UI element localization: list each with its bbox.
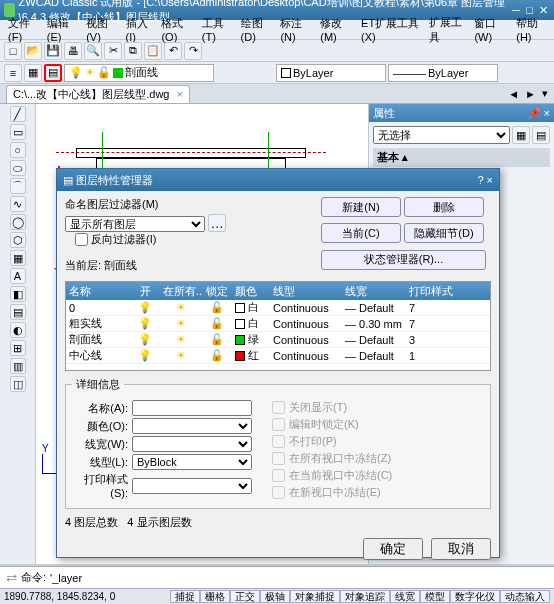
status-toggle[interactable]: 模型 (420, 590, 450, 603)
layer-row[interactable]: 粗实线 💡 ☀ 🔓 白 Continuous — 0.30 mm 7 (66, 316, 490, 332)
draw-tool-icon[interactable]: ◫ (10, 376, 26, 392)
menu-item[interactable]: 工具(T) (198, 14, 235, 45)
detail-checkbox: 在新视口中冻结(E) (272, 485, 392, 500)
menu-item[interactable]: 格式(O) (157, 14, 195, 45)
new-icon[interactable]: □ (4, 42, 22, 60)
layer-table[interactable]: 名称开在所有...锁定颜色线型线宽打印样式 0 💡 ☀ 🔓 白 Continuo… (65, 281, 491, 371)
detail-color-select[interactable] (132, 418, 252, 434)
menu-item[interactable]: 窗口(W) (470, 14, 510, 45)
draw-tool-icon[interactable]: ○ (10, 142, 26, 158)
layer-row[interactable]: 剖面线 💡 ☀ 🔓 绿 Continuous — Default 3 (66, 332, 490, 348)
column-header[interactable]: 线型 (270, 284, 342, 299)
menu-item[interactable]: 修改(M) (316, 14, 355, 45)
prop-pick-icon[interactable]: ▦ (512, 126, 530, 144)
cut-icon[interactable]: ✂ (104, 42, 122, 60)
draw-tool-icon[interactable]: ▦ (10, 250, 26, 266)
detail-name-input[interactable] (132, 400, 252, 416)
draw-tool-icon[interactable]: ∿ (10, 196, 26, 212)
state-manager-button[interactable]: 状态管理器(R)... (321, 250, 486, 270)
status-toggle[interactable]: 线宽 (390, 590, 420, 603)
draw-tool-icon[interactable]: ▭ (10, 124, 26, 140)
paste-icon[interactable]: 📋 (144, 42, 162, 60)
copy-icon[interactable]: ⧉ (124, 42, 142, 60)
status-toggle[interactable]: 动态输入 (500, 590, 550, 603)
menu-item[interactable]: 文件(F) (4, 14, 41, 45)
menu-item[interactable]: 扩展工具 (425, 13, 468, 47)
status-toggle[interactable]: 对象捕捉 (290, 590, 340, 603)
status-toggle[interactable]: 正交 (230, 590, 260, 603)
layer-props-button[interactable]: ▤ (44, 64, 62, 82)
layer-row[interactable]: 0 💡 ☀ 🔓 白 Continuous — Default 7 (66, 300, 490, 316)
draw-tool-icon[interactable]: ◐ (10, 322, 26, 338)
prop-filter-icon[interactable]: ▤ (532, 126, 550, 144)
prop-category[interactable]: 基本 ▴ (373, 148, 550, 167)
save-icon[interactable]: 💾 (44, 42, 62, 60)
draw-tool-icon[interactable]: ⌒ (10, 178, 26, 194)
tab-list-icon[interactable]: ▾ (542, 87, 548, 100)
lineweight-dropdown[interactable]: ——— ByLayer (388, 64, 498, 82)
column-header[interactable]: 颜色 (232, 284, 270, 299)
draw-tool-icon[interactable]: ╱ (10, 106, 26, 122)
draw-tool-icon[interactable]: ⬭ (10, 160, 26, 176)
tool-b-icon[interactable]: ▦ (24, 64, 42, 82)
layer-properties-dialog: ▤ 图层特性管理器 ? × 命名图层过滤器(M) 显示所有图层 … 反向过滤器(… (56, 168, 500, 558)
document-tab[interactable]: C:\...改【中心线】图层线型.dwg × (6, 85, 190, 103)
close-tab-icon[interactable]: × (177, 88, 183, 100)
linetype-dropdown[interactable]: ByLayer (276, 64, 386, 82)
menu-item[interactable]: 插入(I) (122, 14, 156, 45)
menu-item[interactable]: ET扩展工具(X) (357, 14, 423, 45)
menu-item[interactable]: 绘图(D) (237, 14, 275, 45)
redo-icon[interactable]: ↷ (184, 42, 202, 60)
status-toggle[interactable]: 栅格 (200, 590, 230, 603)
draw-tool-icon[interactable]: ⬡ (10, 232, 26, 248)
menu-item[interactable]: 编辑(E) (43, 14, 80, 45)
open-icon[interactable]: 📂 (24, 42, 42, 60)
status-toggle[interactable]: 对象追踪 (340, 590, 390, 603)
status-toggle[interactable]: 数字化仪 (450, 590, 500, 603)
draw-tool-icon[interactable]: ◯ (10, 214, 26, 230)
draw-tool-icon[interactable]: ◧ (10, 286, 26, 302)
preview-icon[interactable]: 🔍 (84, 42, 102, 60)
tool-a-icon[interactable]: ≡ (4, 64, 22, 82)
filter-dropdown[interactable]: 显示所有图层 (65, 216, 205, 232)
detail-lineweight-select[interactable] (132, 436, 252, 452)
prop-pin-icon[interactable]: 📌 (527, 107, 541, 119)
cmd-history-icon[interactable]: ⮂ (6, 572, 17, 584)
tab-nav-right-icon[interactable]: ► (525, 88, 536, 100)
ok-button[interactable]: 确定 (363, 538, 423, 560)
cancel-button[interactable]: 取消 (431, 538, 491, 560)
column-header[interactable]: 锁定 (202, 284, 232, 299)
set-current-button[interactable]: 当前(C) (321, 223, 401, 243)
detail-linetype-select[interactable]: ByBlock (132, 454, 252, 470)
column-header[interactable]: 开 (130, 284, 160, 299)
layer-row[interactable]: 中心线 💡 ☀ 🔓 红 Continuous — Default 1 (66, 348, 490, 364)
dialog-help-icon[interactable]: ? (477, 174, 483, 186)
menu-item[interactable]: 标注(N) (276, 14, 314, 45)
command-input[interactable]: '_layer (50, 572, 82, 584)
draw-tool-icon[interactable]: ⊞ (10, 340, 26, 356)
status-toggle[interactable]: 捕捉 (170, 590, 200, 603)
prop-close-icon[interactable]: × (544, 107, 550, 119)
draw-tool-icon[interactable]: ▤ (10, 304, 26, 320)
hide-details-button[interactable]: 隐藏细节(D) (404, 223, 484, 243)
filter-more-button[interactable]: … (208, 214, 226, 232)
selection-dropdown[interactable]: 无选择 (373, 126, 510, 144)
dialog-close-icon[interactable]: × (487, 174, 493, 186)
column-header[interactable]: 名称 (66, 284, 130, 299)
menu-item[interactable]: 帮助(H) (512, 14, 550, 45)
undo-icon[interactable]: ↶ (164, 42, 182, 60)
draw-tool-icon[interactable]: ▥ (10, 358, 26, 374)
draw-tool-icon[interactable]: A (10, 268, 26, 284)
detail-plotstyle-select[interactable] (132, 478, 252, 494)
status-toggle[interactable]: 极轴 (260, 590, 290, 603)
column-header[interactable]: 线宽 (342, 284, 406, 299)
layer-dropdown[interactable]: 💡☀🔓 剖面线 (64, 64, 214, 82)
new-layer-button[interactable]: 新建(N) (321, 197, 401, 217)
column-header[interactable]: 打印样式 (406, 284, 456, 299)
menu-item[interactable]: 视图(V) (82, 14, 119, 45)
tab-nav-left-icon[interactable]: ◄ (508, 88, 519, 100)
print-icon[interactable]: 🖶 (64, 42, 82, 60)
delete-layer-button[interactable]: 删除 (404, 197, 484, 217)
invert-filter-checkbox[interactable]: 反向过滤器(I) (75, 232, 156, 247)
column-header[interactable]: 在所有... (160, 284, 202, 299)
